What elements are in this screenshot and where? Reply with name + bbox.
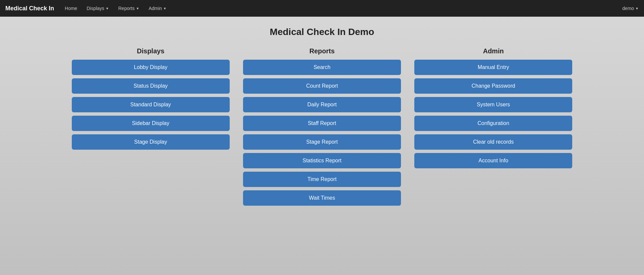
admin-button-1[interactable]: Change Password (414, 78, 572, 94)
user-caret-icon: ▼ (635, 7, 639, 10)
reports-column: Reports SearchCount ReportDaily ReportSt… (243, 47, 401, 209)
nav-home[interactable]: Home (61, 3, 81, 14)
displays-header: Displays (72, 47, 230, 55)
admin-buttons: Manual EntryChange PasswordSystem UsersC… (414, 60, 572, 168)
displays-column: Displays Lobby DisplayStatus DisplayStan… (72, 47, 230, 209)
columns-container: Displays Lobby DisplayStatus DisplayStan… (72, 47, 573, 209)
reports-header: Reports (243, 47, 401, 55)
nav-reports[interactable]: Reports ▼ (114, 3, 143, 14)
report-button-1[interactable]: Count Report (243, 78, 401, 94)
report-button-7[interactable]: Wait Times (243, 190, 401, 206)
admin-column: Admin Manual EntryChange PasswordSystem … (414, 47, 572, 209)
report-button-6[interactable]: Time Report (243, 172, 401, 187)
displays-caret-icon: ▼ (105, 7, 109, 10)
nav-displays[interactable]: Displays ▼ (82, 3, 113, 14)
display-button-4[interactable]: Stage Display (72, 134, 230, 150)
display-button-2[interactable]: Standard Display (72, 97, 230, 112)
display-button-3[interactable]: Sidebar Display (72, 116, 230, 131)
navbar-nav: Home Displays ▼ Reports ▼ Admin ▼ (61, 3, 622, 14)
reports-caret-icon: ▼ (136, 7, 139, 10)
report-button-0[interactable]: Search (243, 60, 401, 75)
admin-button-4[interactable]: Clear old records (414, 134, 572, 150)
navbar-brand[interactable]: Medical Check In (5, 5, 54, 12)
reports-buttons: SearchCount ReportDaily ReportStaff Repo… (243, 60, 401, 206)
page-title: Medical Check In Demo (7, 27, 637, 37)
report-button-3[interactable]: Staff Report (243, 116, 401, 131)
report-button-5[interactable]: Statistics Report (243, 153, 401, 168)
navbar-user[interactable]: demo ▼ (622, 6, 639, 11)
report-button-2[interactable]: Daily Report (243, 97, 401, 112)
admin-button-3[interactable]: Configuration (414, 116, 572, 131)
admin-header: Admin (414, 47, 572, 55)
admin-caret-icon: ▼ (163, 7, 167, 10)
display-button-0[interactable]: Lobby Display (72, 60, 230, 75)
displays-buttons: Lobby DisplayStatus DisplayStandard Disp… (72, 60, 230, 150)
navbar: Medical Check In Home Displays ▼ Reports… (0, 0, 644, 17)
report-button-4[interactable]: Stage Report (243, 134, 401, 150)
main-content: Medical Check In Demo Displays Lobby Dis… (0, 17, 644, 219)
admin-button-5[interactable]: Account Info (414, 153, 572, 168)
nav-admin[interactable]: Admin ▼ (145, 3, 171, 14)
display-button-1[interactable]: Status Display (72, 78, 230, 94)
admin-button-2[interactable]: System Users (414, 97, 572, 112)
admin-button-0[interactable]: Manual Entry (414, 60, 572, 75)
